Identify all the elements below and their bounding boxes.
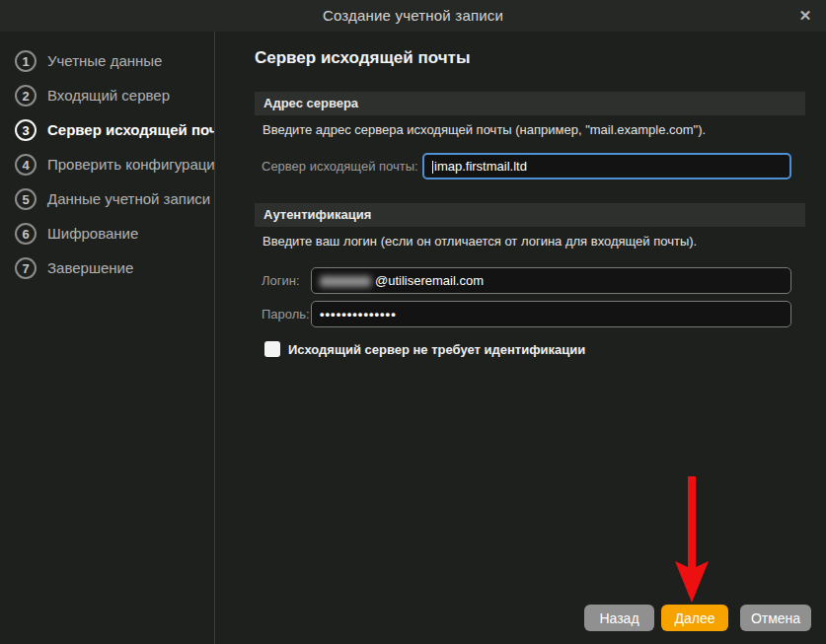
back-button[interactable]: Назад bbox=[584, 605, 654, 631]
step-item-account-details: 5 Данные учетной записи bbox=[0, 181, 215, 216]
login-label: Логин: bbox=[262, 267, 300, 294]
step-number-badge: 6 bbox=[15, 223, 37, 245]
steps-list: 1 Учетные данные 2 Входящий сервер 3 Сер… bbox=[0, 43, 215, 285]
auth-description: Введите ваш логин (если он отличается от… bbox=[263, 234, 697, 249]
section-header-server-address: Адрес сервера bbox=[255, 92, 805, 115]
no-auth-checkbox[interactable] bbox=[264, 341, 280, 357]
page-title: Сервер исходящей почты bbox=[255, 48, 470, 68]
step-item-account-data: 1 Учетные данные bbox=[0, 43, 215, 78]
step-label: Завершение bbox=[47, 259, 133, 276]
login-input[interactable]: @utiliseremail.com bbox=[311, 267, 791, 294]
step-number-badge: 7 bbox=[15, 257, 37, 279]
login-visible-value: @utiliseremail.com bbox=[375, 273, 484, 288]
wizard-steps-sidebar: 1 Учетные данные 2 Входящий сервер 3 Сер… bbox=[0, 32, 215, 644]
step-item-outgoing-server-active: 3 Сервер исходящей почты bbox=[0, 112, 215, 147]
password-label: Пароль: bbox=[262, 301, 310, 327]
outgoing-server-label: Сервер исходящей почты: bbox=[262, 153, 418, 179]
account-wizard-dialog: Создание учетной записи ✕ 1 Учетные данн… bbox=[0, 0, 826, 644]
step-item-check-config: 4 Проверить конфигурацию bbox=[0, 147, 215, 181]
step-label: Данные учетной записи bbox=[47, 190, 210, 207]
login-redacted-blur bbox=[320, 276, 371, 287]
step-label: Входящий сервер bbox=[47, 87, 170, 104]
step-number-badge: 2 bbox=[15, 85, 37, 107]
step-label: Шифрование bbox=[47, 225, 138, 242]
cancel-button[interactable]: Отмена bbox=[740, 605, 811, 631]
dialog-title: Создание учетной записи bbox=[0, 7, 826, 24]
step-item-incoming-server: 2 Входящий сервер bbox=[0, 78, 215, 112]
text-caret bbox=[432, 161, 433, 174]
password-input[interactable]: •••••••••••••• bbox=[311, 301, 791, 327]
no-auth-checkbox-label: Исходящий сервер не требует идентификаци… bbox=[288, 342, 585, 357]
outgoing-server-value: imap.firstmail.ltd bbox=[434, 159, 527, 174]
section-header-authentication: Аутентификация bbox=[255, 203, 805, 227]
outgoing-server-input[interactable]: imap.firstmail.ltd bbox=[422, 153, 791, 179]
close-icon[interactable]: ✕ bbox=[794, 5, 816, 27]
step-number-badge: 5 bbox=[15, 188, 37, 210]
step-number-badge: 4 bbox=[15, 154, 37, 176]
step-item-encryption: 6 Шифрование bbox=[0, 216, 215, 250]
main-panel: Сервер исходящей почты Адрес сервера Вве… bbox=[216, 32, 826, 644]
no-auth-checkbox-row: Исходящий сервер не требует идентификаци… bbox=[264, 341, 585, 357]
server-address-description: Введите адрес сервера исходящей почты (н… bbox=[263, 122, 706, 137]
step-item-finish: 7 Завершение bbox=[0, 250, 215, 285]
red-annotation-arrow-icon bbox=[671, 476, 713, 604]
step-number-badge: 3 bbox=[15, 119, 37, 141]
step-label: Учетные данные bbox=[47, 52, 162, 69]
next-button[interactable]: Далее bbox=[661, 605, 728, 631]
step-label: Проверить конфигурацию bbox=[47, 156, 215, 173]
titlebar: Создание учетной записи ✕ bbox=[0, 0, 826, 32]
step-number-badge: 1 bbox=[15, 50, 37, 72]
step-label: Сервер исходящей почты bbox=[47, 121, 215, 138]
